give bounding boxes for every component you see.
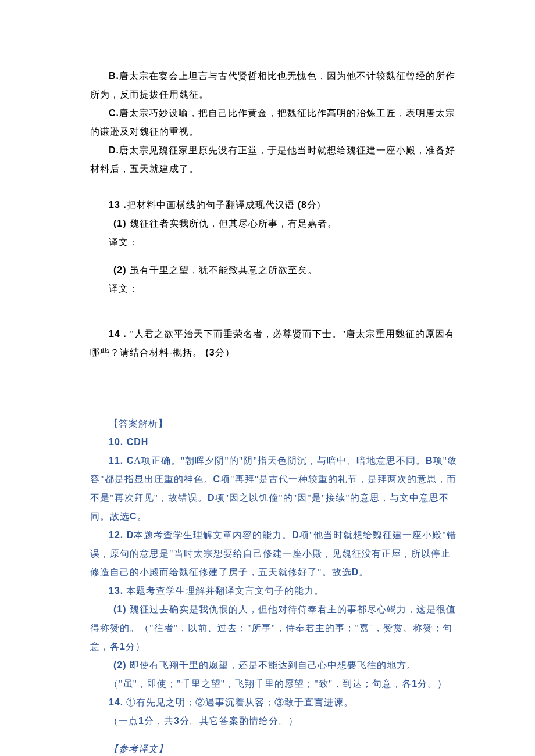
a11-end: C	[130, 511, 137, 521]
q14-points: (3	[205, 347, 215, 357]
a12-period: 。	[359, 567, 369, 577]
q14-dot: .	[120, 329, 130, 339]
option-c-text: 唐太宗巧妙设喻，把自己比作黄金，把魏征比作高明的冶炼工匠，表明唐太宗的谦逊及对魏…	[90, 108, 455, 137]
option-b: B.唐太宗在宴会上坦言与古代贤哲相比也无愧色，因为他不计较魏征曾经的所作所为，反…	[90, 67, 459, 104]
question-14: 14 . "人君之欲平治天下而垂荣名者，必尊贤而下士。"唐太宗重用魏征的原因有哪…	[90, 325, 459, 362]
answer-10: 10. CDH	[90, 433, 459, 452]
translation-heading-text: 【参考译文】	[109, 744, 168, 754]
a13-sub1-label: (1)	[113, 604, 127, 614]
a11-period: 。	[137, 511, 147, 521]
question-13: 13 .把材料中画横线的句子翻译成现代汉语 (8分)	[90, 196, 459, 214]
a11-num: 11.	[109, 456, 123, 465]
a11-letter: C	[123, 456, 134, 465]
answer-12: 12. D本题考查学生理解文章内容的能力。D项"他当时就想给魏征建一座小殿"错误…	[90, 526, 459, 582]
q13-sub2-label: (2)	[113, 265, 127, 275]
translation-heading: 【参考译文】	[90, 740, 459, 756]
q13-sub1-text: 魏征往者实我所仇，但其尽心所事，有足嘉者。	[127, 218, 337, 228]
q13-sub1: (1) 魏征往者实我所仇，但其尽心所事，有足嘉者。	[90, 214, 459, 233]
a12-d: D	[292, 530, 299, 540]
answer-heading: 【答案解析】	[90, 414, 459, 433]
a13-sub1-score: 1	[120, 642, 126, 651]
a12-letter: D	[123, 530, 134, 540]
a14-num: 14.	[109, 697, 123, 707]
answer-13-sub1: (1) 魏征过去确实是我仇恨的人，但他对待侍奉君主的事都尽心竭力，这是很值得称赞…	[90, 600, 459, 656]
a14-note-pre: （一点	[109, 716, 138, 726]
option-d: D.唐太宗见魏征家里原先没有正堂，于是他当时就想给魏征建一座小殿，准备好材料后，…	[90, 141, 459, 178]
answer-11: 11. CA项正确。"朝晖夕阴"的"阴"指天色阴沉，与暗中、暗地意思不同。B项"…	[90, 452, 459, 526]
answer-13-sub2: (2) 即使有飞翔千里的愿望，还是不能达到自己心中想要飞往的地方。	[90, 656, 459, 675]
q14-text: "人君之欲平治天下而垂荣名者，必尊贤而下士。"唐太宗重用魏征的原因有哪些？请结合…	[90, 329, 455, 357]
q13-number: 13	[109, 200, 120, 210]
option-c-label: C.	[109, 108, 119, 118]
option-d-label: D.	[109, 145, 119, 155]
a10-text: CDH	[123, 437, 148, 447]
option-b-label: B.	[109, 71, 119, 81]
a12-num: 12.	[109, 530, 123, 540]
a13-text: 本题考查学生理解并翻译文言文句子的能力。	[123, 586, 324, 596]
a13-sub1-end: 分）	[126, 642, 145, 651]
a14-note-mid: 分，共	[144, 716, 174, 726]
a13-sub2-end: 分。）	[418, 679, 447, 689]
a14-text: ①有先见之明；②遇事沉着从容；③敢于直言进谏。	[123, 697, 354, 707]
q13-dot: .	[120, 200, 127, 210]
q13-yiwen1-label: 译文：	[109, 237, 138, 247]
a11-text: A项正确。"朝晖夕阴"的"阴"指天色阴沉，与暗中、暗地意思不同。	[134, 456, 426, 465]
a11-b: B	[426, 456, 433, 465]
a11-c: C	[213, 474, 221, 484]
a13-sub2-text: 即使有飞翔千里的愿望，还是不能达到自己心中想要飞往的地方。	[127, 660, 416, 670]
option-c: C.唐太宗巧妙设喻，把自己比作黄金，把魏征比作高明的冶炼工匠，表明唐太宗的谦逊及…	[90, 104, 459, 141]
q13-points-suffix: 分)	[307, 200, 320, 210]
q14-number: 14	[109, 329, 120, 339]
a13-sub2-score: 1	[412, 679, 418, 689]
q13-sub1-label: (1)	[113, 218, 127, 228]
q13-text: 把材料中画横线的句子翻译成现代汉语	[127, 200, 298, 210]
q13-yiwen2-label: 译文：	[109, 284, 138, 293]
a12-text: 本题考查学生理解文章内容的能力。	[134, 530, 292, 540]
a12-end: D	[352, 567, 359, 577]
q13-sub2: (2) 虽有千里之望，犹不能致其意之所欲至矣。	[90, 261, 459, 280]
a14-note-1: 1	[138, 716, 144, 726]
a13-sub2-note: （"虽"，即使；"千里之望"，飞翔千里的愿望；"致"，到达；句意，各	[109, 679, 412, 689]
a14-note-3: 3	[174, 716, 180, 726]
q14-points-suffix: 分）	[215, 347, 235, 357]
answer-13: 13. 本题考查学生理解并翻译文言文句子的能力。	[90, 582, 459, 600]
a10-num: 10.	[109, 437, 123, 447]
answer-14: 14. ①有先见之明；②遇事沉着从容；③敢于直言进谏。	[90, 693, 459, 712]
a13-num: 13.	[109, 586, 123, 596]
a14-note-end: 分。其它答案酌情给分。）	[180, 716, 298, 726]
a13-sub2-label: (2)	[113, 660, 127, 670]
answer-heading-text: 【答案解析】	[109, 418, 168, 428]
answer-14-note: （一点1分，共3分。其它答案酌情给分。）	[90, 712, 459, 730]
option-d-text: 唐太宗见魏征家里原先没有正堂，于是他当时就想给魏征建一座小殿，准备好材料后，五天…	[90, 145, 455, 174]
a11-d: D	[208, 493, 215, 503]
answer-13-sub2-note: （"虽"，即使；"千里之望"，飞翔千里的愿望；"致"，到达；句意，各1分。）	[90, 675, 459, 693]
q13-points: (8	[298, 200, 307, 210]
q13-sub2-text: 虽有千里之望，犹不能致其意之所欲至矣。	[127, 265, 318, 275]
q13-yiwen2: 译文：	[90, 280, 459, 298]
q13-yiwen1: 译文：	[90, 233, 459, 252]
option-b-text: 唐太宗在宴会上坦言与古代贤哲相比也无愧色，因为他不计较魏征曾经的所作所为，反而提…	[90, 71, 455, 99]
